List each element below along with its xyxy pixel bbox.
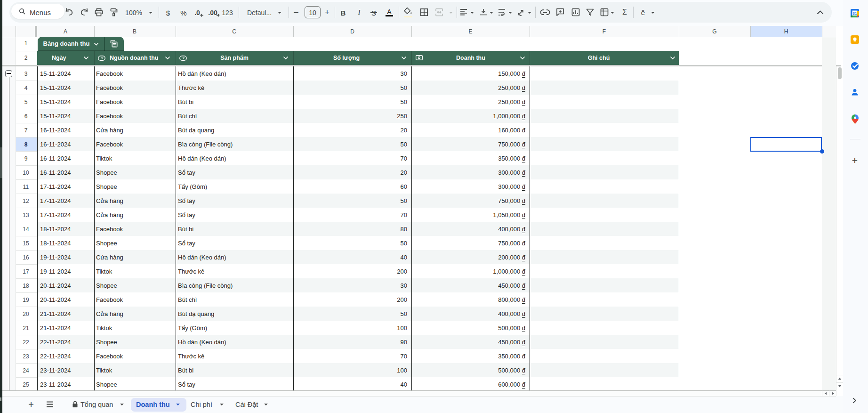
svg-text:31: 31 (853, 11, 857, 16)
